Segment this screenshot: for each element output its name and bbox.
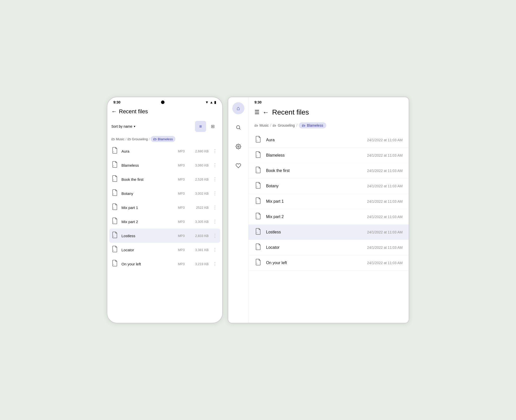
file-item[interactable]: ♪ Botany 24/1/2022 at 11:03 AM: [248, 179, 409, 194]
file-item[interactable]: ♪ Locator MP3 3,381 KB ⋮: [109, 243, 220, 257]
music-file-icon: ♪: [111, 232, 118, 240]
svg-text:♪: ♪: [113, 179, 114, 181]
music-file-icon: ♪: [254, 228, 262, 236]
file-item[interactable]: ♪ Mix part 1 MP3 2522 KB ⋮: [109, 200, 220, 215]
file-item[interactable]: ♪ On your left MP3 3,219 KB ⋮: [109, 257, 220, 271]
file-type: MP3: [178, 262, 188, 266]
file-name: Locator: [121, 248, 175, 252]
more-options-icon[interactable]: ⋮: [212, 204, 218, 211]
more-options-icon[interactable]: ⋮: [212, 176, 218, 183]
file-size: 2,833 KB: [191, 234, 209, 238]
chevron-down-icon: ▾: [134, 125, 135, 128]
svg-text:♪: ♪: [256, 170, 257, 172]
more-options-icon[interactable]: ⋮: [212, 161, 218, 169]
breadcrumb-separator: /: [125, 137, 126, 141]
phone-status-bar: 9:30 ▼ ▲ ▮: [107, 97, 222, 106]
breadcrumb-blameless[interactable]: 🗁 Blameless: [151, 136, 175, 142]
file-item[interactable]: ♪ Locator 24/1/2022 at 11:03 AM: [248, 240, 409, 255]
file-date: 24/1/2022 at 11:03 AM: [367, 138, 403, 142]
file-item[interactable]: ♪ Blameless 24/1/2022 at 11:03 AM: [248, 148, 409, 163]
file-name: Mix part 1: [121, 205, 175, 210]
menu-icon[interactable]: ☰: [254, 109, 260, 116]
more-options-icon[interactable]: ⋮: [212, 232, 218, 239]
breadcrumb-music[interactable]: 🗁 Music: [254, 123, 269, 127]
folder-icon: 🗁: [111, 137, 115, 141]
file-size: 2522 KB: [191, 206, 209, 209]
music-file-icon: ♪: [111, 189, 118, 197]
phone-time: 9:30: [113, 100, 120, 104]
phone-status-icons: ▼ ▲ ▮: [205, 100, 216, 104]
tablet-file-list: ♪ Aura 24/1/2022 at 11:03 AM ♪ Blameless…: [248, 130, 409, 273]
file-item[interactable]: ♪ Aura 24/1/2022 at 11:03 AM: [248, 132, 409, 148]
back-button[interactable]: ←: [111, 108, 117, 115]
list-view-button[interactable]: ≡: [195, 121, 206, 132]
music-file-icon: ♪: [254, 243, 262, 252]
svg-text:♪: ♪: [113, 221, 114, 223]
file-date: 24/1/2022 at 11:03 AM: [367, 199, 403, 203]
music-file-icon: ♪: [254, 213, 262, 221]
file-name: Mix part 1: [266, 199, 363, 204]
file-date: 24/1/2022 at 11:03 AM: [367, 153, 403, 157]
file-name: Aura: [266, 138, 363, 142]
svg-text:♪: ♪: [113, 165, 114, 166]
svg-text:♪: ♪: [256, 155, 257, 157]
file-type: MP3: [178, 206, 188, 209]
breadcrumb-grouseling[interactable]: 🗁 Grouseling: [273, 123, 295, 127]
file-name: Locator: [266, 245, 363, 250]
tablet-sidebar: ⌂: [228, 97, 248, 323]
sort-label: Sort by name: [111, 124, 132, 128]
breadcrumb-label: Grouseling: [132, 137, 148, 141]
file-type: MP3: [178, 178, 188, 181]
breadcrumb-blameless[interactable]: 🗁 Blameless: [299, 122, 326, 128]
file-item[interactable]: ♪ Book the first MP3 2,526 KB ⋮: [109, 172, 220, 186]
file-name: Book the first: [121, 177, 175, 182]
file-item[interactable]: ♪ Lostless MP3 2,833 KB ⋮: [109, 229, 220, 243]
svg-point-11: [238, 146, 239, 147]
more-options-icon[interactable]: ⋮: [212, 190, 218, 197]
more-options-icon[interactable]: ⋮: [212, 246, 218, 254]
sidebar-item-favorites[interactable]: [232, 160, 244, 172]
more-options-icon[interactable]: ⋮: [212, 218, 218, 225]
tablet-header: ☰ ← Recent files: [248, 106, 409, 120]
file-type: MP3: [178, 248, 188, 252]
file-type: MP3: [178, 192, 188, 195]
phone-file-list: ♪ Aura MP3 2,680 KB ⋮ ♪ Blameless MP3 3,…: [107, 144, 222, 271]
tablet-breadcrumb: 🗁 Music / 🗁 Grouseling / 🗁 Blameless: [248, 120, 409, 130]
music-file-icon: ♪: [111, 260, 118, 268]
sidebar-item-home[interactable]: ⌂: [232, 102, 244, 114]
svg-text:♪: ♪: [256, 216, 257, 218]
file-item[interactable]: ♪ Aura MP3 2,680 KB ⋮: [109, 144, 220, 158]
file-size: 3,305 KB: [191, 220, 209, 224]
file-item[interactable]: ♪ Book the first 24/1/2022 at 11:03 AM: [248, 163, 409, 179]
file-item[interactable]: ♪ Mix part 1 24/1/2022 at 11:03 AM: [248, 194, 409, 209]
file-name: Aura: [121, 149, 175, 153]
file-item[interactable]: ♪ Blameless MP3 3,060 KB ⋮: [109, 158, 220, 172]
file-item[interactable]: ♪ Mix part 2 24/1/2022 at 11:03 AM: [248, 209, 409, 225]
file-item[interactable]: ♪ Mix part 2 MP3 3,305 KB ⋮: [109, 215, 220, 229]
file-item[interactable]: ♪ Botany MP3 3,002 KB ⋮: [109, 186, 220, 200]
sidebar-item-search[interactable]: [232, 121, 244, 133]
file-item[interactable]: ♪ On your left 24/1/2022 at 11:03 AM: [248, 255, 409, 271]
file-name: On your left: [266, 261, 363, 265]
file-size: 2,526 KB: [191, 178, 209, 181]
more-options-icon[interactable]: ⋮: [212, 147, 218, 155]
breadcrumb-grouseling[interactable]: 🗁 Grouseling: [127, 137, 148, 141]
file-size: 3,219 KB: [191, 262, 209, 266]
svg-text:♪: ♪: [113, 207, 114, 209]
sort-button[interactable]: Sort by name ▾: [111, 124, 135, 128]
view-toggle: ≡ ⊞: [195, 121, 218, 132]
file-date: 24/1/2022 at 11:03 AM: [367, 215, 403, 219]
back-button[interactable]: ←: [263, 109, 269, 116]
svg-text:♪: ♪: [256, 186, 257, 187]
music-file-icon: ♪: [111, 203, 118, 212]
more-options-icon[interactable]: ⋮: [212, 260, 218, 268]
file-date: 24/1/2022 at 11:03 AM: [367, 230, 403, 234]
file-item[interactable]: ♪ Lostless 24/1/2022 at 11:03 AM: [248, 225, 409, 240]
breadcrumb-music[interactable]: 🗁 Music: [111, 137, 124, 141]
svg-text:♪: ♪: [113, 249, 114, 251]
file-name: Mix part 2: [121, 220, 175, 224]
sidebar-item-settings[interactable]: [232, 141, 244, 153]
grid-view-button[interactable]: ⊞: [207, 121, 218, 132]
tablet-screen: ⌂ 9:30: [228, 97, 409, 323]
file-name: Mix part 2: [266, 215, 363, 219]
